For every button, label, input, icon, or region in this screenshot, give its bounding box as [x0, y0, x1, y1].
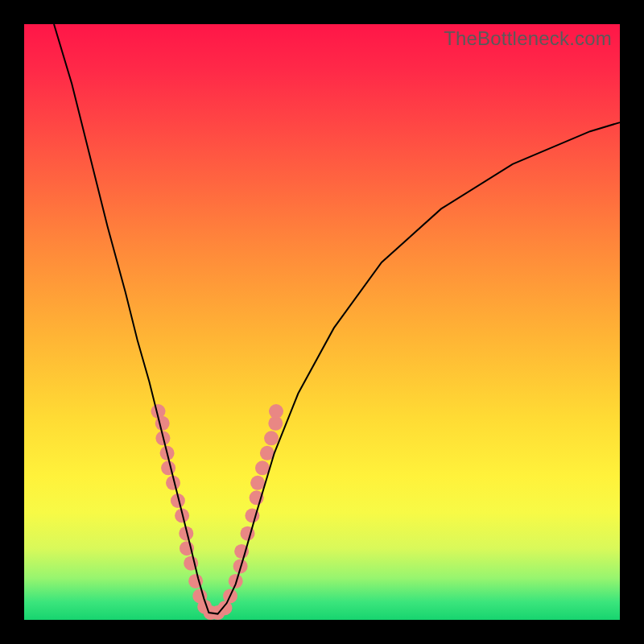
chart-frame: TheBottleneck.com: [0, 0, 644, 644]
data-dot: [229, 574, 243, 588]
data-dot: [255, 460, 270, 475]
bottleneck-curve: [54, 24, 620, 614]
data-dot: [161, 460, 175, 475]
data-dot: [269, 404, 283, 419]
data-dot: [155, 416, 170, 431]
chart-svg: [24, 24, 620, 620]
dot-cluster: [151, 404, 284, 620]
data-dot: [264, 431, 279, 445]
plot-area: TheBottleneck.com: [24, 24, 620, 620]
data-dot: [250, 476, 265, 490]
